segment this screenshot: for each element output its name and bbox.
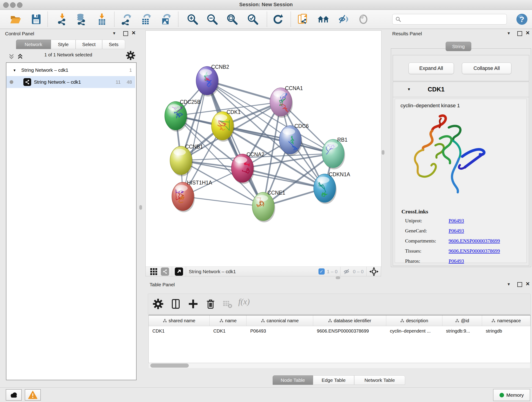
results-panel-menu-icon[interactable]: ▼ <box>507 31 511 36</box>
node-CCNE1[interactable]: CCNE1 <box>252 190 285 222</box>
expand-all-icon[interactable] <box>16 53 24 60</box>
crosslink-value-link[interactable]: P06493 <box>449 218 464 224</box>
crosslink-value-link[interactable]: 9606.ENSP00000378699 <box>449 238 500 244</box>
table-panel-menu-icon[interactable]: ▼ <box>507 282 511 287</box>
column-header-canonical-name[interactable]: canonical name <box>247 315 313 326</box>
delete-table-icon[interactable] <box>222 298 233 310</box>
edge-CDK1-RB1[interactable] <box>222 126 333 153</box>
fit-content-crosshair-icon[interactable] <box>369 267 379 276</box>
protein-section-header[interactable]: ▼ CDK1 <box>393 82 529 97</box>
import-network-database-icon[interactable] <box>75 13 87 25</box>
node-CDKN1A[interactable]: CDKN1A <box>314 172 350 204</box>
birds-eye-view-icon[interactable] <box>175 268 183 276</box>
tab-node-table[interactable]: Node Table <box>273 375 313 385</box>
export-table-icon[interactable] <box>140 13 152 25</box>
hide-selected-icon[interactable] <box>337 13 349 25</box>
crosslink-row: Uniprot:P06493 <box>405 218 524 224</box>
tab-select[interactable]: Select <box>76 40 102 49</box>
node-RB1[interactable]: RB1 <box>322 137 348 169</box>
column-header-namespace[interactable]: namespace <box>482 315 530 326</box>
zoom-selected-icon[interactable] <box>247 13 259 25</box>
help-icon[interactable]: ? <box>516 13 528 25</box>
control-panel-float-icon[interactable] <box>123 31 128 36</box>
memory-button[interactable]: Memory <box>493 389 530 401</box>
import-table-file-icon[interactable] <box>96 13 108 25</box>
save-session-icon[interactable] <box>30 13 42 25</box>
tab-sets[interactable]: Sets <box>102 40 125 49</box>
node-CDK1[interactable]: CDK1 <box>211 109 241 142</box>
selected-checkbox-icon[interactable]: ✓ <box>318 268 325 274</box>
hidden-eye-icon[interactable] <box>343 269 351 274</box>
clone-network-icon[interactable] <box>297 13 309 25</box>
crosslink-label: Pharos: <box>405 258 449 264</box>
section-collapse-icon[interactable]: ▼ <box>407 87 411 91</box>
control-panel-close-icon[interactable]: ✕ <box>132 30 136 36</box>
open-session-icon[interactable] <box>10 13 22 25</box>
tab-network-table[interactable]: Network Table <box>354 375 405 385</box>
table-row[interactable]: CDK1CDK1P064939606.ENSP00000378699cyclin… <box>149 326 530 336</box>
grid-view-icon[interactable] <box>150 268 158 275</box>
first-neighbors-icon[interactable] <box>317 13 329 25</box>
column-header-@id[interactable]: @id <box>443 315 482 326</box>
network-canvas[interactable]: CCNB2CCNA1CDC25BCDK1CDC6RB1CCNB1CCNA2CDK… <box>146 31 381 267</box>
table-panel-close-icon[interactable]: ✕ <box>526 281 530 287</box>
edge-HIST1H1A-CCNE1[interactable] <box>183 196 263 206</box>
results-panel-close-icon[interactable]: ✕ <box>526 30 530 36</box>
expand-all-button[interactable]: Expand All <box>409 63 454 74</box>
column-header-database-identifier[interactable]: database identifier <box>313 315 386 326</box>
node-CDC6[interactable]: CDC6 <box>279 123 309 156</box>
export-network-icon[interactable] <box>120 13 132 25</box>
show-columns-icon[interactable] <box>170 298 181 310</box>
left-splitter-handle[interactable] <box>139 205 142 210</box>
tree-expand-icon[interactable]: ▼ <box>13 68 16 72</box>
network-selection-status: 1 of 1 Network selected <box>27 52 109 57</box>
edge-CCNB2-HIST1H1A[interactable] <box>183 81 207 196</box>
toolbar-separator <box>340 267 341 276</box>
collapse-all-button[interactable]: Collapse All <box>462 63 511 74</box>
delete-column-trash-icon[interactable] <box>205 298 216 310</box>
control-panel-menu-icon[interactable]: ▼ <box>112 31 116 36</box>
function-builder-icon[interactable]: f(x) <box>238 297 250 306</box>
table-panel-float-icon[interactable] <box>517 282 522 287</box>
results-panel-title: Results Panel <box>392 31 422 36</box>
export-image-icon[interactable] <box>160 13 172 25</box>
right-splitter-handle[interactable] <box>382 150 385 155</box>
network-collection-row[interactable]: ▼ String Network – cdk1 1 <box>6 64 135 76</box>
network-collection-count: 1 <box>129 67 132 73</box>
table-settings-gear-icon[interactable] <box>152 298 164 310</box>
node-HIST1H1A[interactable]: HIST1H1A <box>172 180 212 212</box>
refresh-icon[interactable] <box>272 13 284 25</box>
network-row-selected[interactable]: String Network – cdk1 11 48 <box>6 76 135 88</box>
crosslink-value-link[interactable]: P06493 <box>449 258 464 264</box>
column-header-shared-name[interactable]: shared name <box>149 315 210 326</box>
crosslink-value-link[interactable]: 9606.ENSP00000378699 <box>449 248 500 254</box>
table-hscrollbar-thumb[interactable] <box>150 364 189 368</box>
tab-network[interactable]: Network <box>16 40 51 49</box>
column-header-name[interactable]: name <box>210 315 247 326</box>
table-hscrollbar[interactable] <box>149 363 530 368</box>
tab-edge-table[interactable]: Edge Table <box>313 375 354 385</box>
show-all-icon[interactable] <box>357 13 369 25</box>
zoom-fit-icon[interactable] <box>226 13 238 25</box>
share-network-icon[interactable] <box>161 268 169 276</box>
table-cell: P06493 <box>247 326 313 336</box>
tab-style[interactable]: Style <box>51 40 76 49</box>
edge-CCNB2-CCNE1[interactable] <box>207 81 263 206</box>
network-view-toolbar: String Network – cdk1 ✓ 1 – 0 0 – 0 <box>146 267 381 276</box>
create-column-icon[interactable] <box>187 298 199 310</box>
network-options-gear-icon[interactable] <box>126 51 136 61</box>
column-header-description[interactable]: description <box>386 315 443 326</box>
warning-status-button[interactable] <box>25 389 41 401</box>
collapse-all-icon[interactable] <box>7 53 16 60</box>
zoom-out-icon[interactable] <box>206 13 218 25</box>
node-CCNB2[interactable]: CCNB2 <box>196 64 229 96</box>
import-network-file-icon[interactable] <box>56 13 68 25</box>
tab-string[interactable]: String <box>446 42 471 51</box>
search-field[interactable] <box>392 14 507 25</box>
results-panel-float-icon[interactable] <box>517 31 522 36</box>
crosslink-value-link[interactable]: P06493 <box>449 228 464 234</box>
node-CCNA2[interactable]: CCNA2 <box>231 152 264 184</box>
node-CCNA1[interactable]: CCNA1 <box>270 85 303 118</box>
zoom-in-icon[interactable] <box>186 13 198 25</box>
cloud-status-button[interactable] <box>6 389 22 401</box>
